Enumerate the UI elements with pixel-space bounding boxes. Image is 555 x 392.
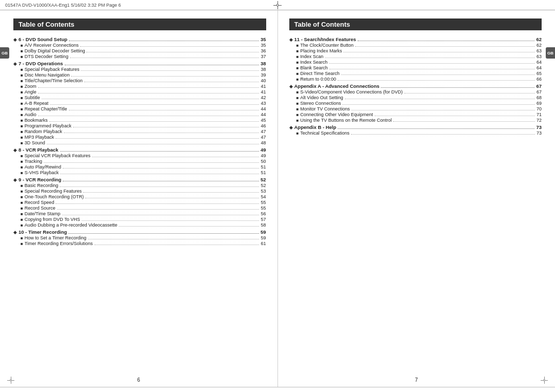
sub-bullet: ■ xyxy=(21,135,23,140)
sub-dots xyxy=(50,104,259,105)
main-dots xyxy=(63,181,259,181)
main-dots xyxy=(65,65,259,65)
sub-dots xyxy=(57,209,260,210)
sub-entry-text: Special Playback Features xyxy=(25,67,80,72)
toc-sub-entry: ■Disc Menu Navigation39 xyxy=(21,72,266,78)
toc-sub-entry: ■A-B Repeat43 xyxy=(21,101,266,106)
sub-dots xyxy=(393,121,535,122)
sub-page-num: 49 xyxy=(261,153,266,158)
toc-sub-entry: ■Stereo Connections69 xyxy=(297,101,542,106)
sub-dots xyxy=(38,93,260,94)
sub-bullet: ■ xyxy=(21,241,23,246)
sub-dots xyxy=(82,220,260,221)
main-page-num: 38 xyxy=(261,61,266,66)
main-bullet: ◆ xyxy=(13,37,17,42)
sub-bullet: ■ xyxy=(297,101,299,106)
main-dots xyxy=(358,41,535,41)
toc-main-entry: ◆11 - Search/Index Features62 xyxy=(289,36,542,42)
main-content: GB Table of Contents ◆6 - DVD Sound Setu… xyxy=(0,10,555,387)
main-bullet: ◆ xyxy=(289,84,293,89)
toc-sub-entry: ■Tracking50 xyxy=(21,159,266,164)
sub-entry-text: Technical Specifications xyxy=(300,130,349,136)
sub-bullet: ■ xyxy=(21,206,23,211)
main-entry-text: Appendix A - Advanced Connections xyxy=(294,83,380,89)
main-entry-text: 9 - VCR Recording xyxy=(18,177,61,182)
sub-bullet: ■ xyxy=(297,71,299,76)
sub-bullet: ■ xyxy=(21,212,23,216)
sub-entry-text: Programmed Playback xyxy=(25,123,71,128)
crosshair-bottom-left xyxy=(7,377,14,384)
main-page-num: 52 xyxy=(261,177,266,182)
main-page-num: 62 xyxy=(536,36,542,42)
toc-sub-entry: ■Record Source55 xyxy=(21,206,266,211)
sub-page-num: 64 xyxy=(536,60,542,65)
toc-sub-entry: ■Index Scan63 xyxy=(297,54,542,59)
sub-dots xyxy=(71,76,259,77)
sub-bullet: ■ xyxy=(21,195,23,199)
sub-dots xyxy=(338,80,535,81)
toc-main-section: ◆Appendix A - Advanced Connections67■S-V… xyxy=(289,83,542,123)
sub-entry-text: Direct Time Search xyxy=(300,71,340,76)
sub-page-num: 47 xyxy=(261,129,266,134)
sub-bullet: ■ xyxy=(297,90,299,95)
main-bullet: ◆ xyxy=(289,125,293,130)
toc-sub-entry: ■Basic Recording52 xyxy=(21,183,266,188)
main-entry-text: 10 - Timer Recording xyxy=(18,229,67,235)
sub-entry-text: Special Recording Features xyxy=(25,189,82,194)
sub-dots xyxy=(62,215,260,215)
sub-entry-text: A/V Receiver Connections xyxy=(25,43,79,48)
toc-sub-entry: ■Direct Time Search65 xyxy=(297,71,542,76)
sub-entry-text: Basic Recording xyxy=(25,183,59,188)
sub-page-num: 38 xyxy=(261,67,266,72)
sub-entry-text: Zoom xyxy=(25,84,36,89)
sub-bullet: ■ xyxy=(21,90,23,95)
sub-entry-text: How to Set a Timer Recording xyxy=(25,235,86,240)
toc-sub-entry: ■Timer Recording Errors/Solutions61 xyxy=(21,241,266,246)
sub-dots xyxy=(64,133,260,133)
sub-dots xyxy=(55,138,259,139)
sub-entry-text: S-Video/Component Video Connections (for… xyxy=(300,89,402,95)
toc-main-entry: ◆9 - VCR Recording52 xyxy=(13,177,266,182)
toc-sub-entry: ■Using the TV Buttons on the Remote Cont… xyxy=(297,118,542,123)
toc-sub-entry: ■Index Search64 xyxy=(297,60,542,65)
main-dots xyxy=(381,87,534,88)
toc-sub-entry: ■Connecting Other Video Equipment71 xyxy=(297,112,542,117)
toc-main-section: ◆6 - DVD Sound Setup35■A/V Receiver Conn… xyxy=(13,36,266,59)
left-section-title: Table of Contents xyxy=(13,18,266,30)
toc-sub-entry: ■Monitor TV Connections70 xyxy=(297,106,542,111)
sub-entry-text: Tracking xyxy=(25,159,42,164)
sub-bullet: ■ xyxy=(21,73,23,78)
sub-entry-text: A-B Repeat xyxy=(25,101,49,106)
toc-sub-entry: ■Special VCR Playback Features49 xyxy=(21,153,266,158)
sub-page-num: 61 xyxy=(261,241,266,246)
sub-dots xyxy=(38,87,260,88)
sub-dots xyxy=(355,46,535,47)
sub-bullet: ■ xyxy=(21,79,23,83)
toc-sub-entry: ■How to Set a Timer Recording59 xyxy=(21,235,266,240)
sub-bullet: ■ xyxy=(297,77,299,82)
main-dots xyxy=(68,233,259,234)
main-dots xyxy=(338,128,534,129)
sub-bullet: ■ xyxy=(297,107,299,111)
toc-sub-entry: ■One-Touch Recording (OTR)54 xyxy=(21,194,266,199)
sub-bullet: ■ xyxy=(21,124,23,128)
sub-dots xyxy=(375,116,535,116)
sub-bullet: ■ xyxy=(21,200,23,205)
sub-entry-text: Using the TV Buttons on the Remote Contr… xyxy=(300,118,392,123)
toc-main-section: ◆10 - Timer Recording59■How to Set a Tim… xyxy=(13,229,266,246)
sub-dots xyxy=(80,46,260,47)
sub-bullet: ■ xyxy=(21,43,23,48)
sub-bullet: ■ xyxy=(21,159,23,164)
sub-dots xyxy=(60,174,259,174)
sub-bullet: ■ xyxy=(297,118,299,123)
sub-bullet: ■ xyxy=(21,113,23,117)
sub-bullet: ■ xyxy=(297,66,299,70)
sub-bullet: ■ xyxy=(297,131,299,136)
sub-entry-text: Disc Menu Navigation xyxy=(25,72,70,78)
sub-entry-text: Return to 0:00:00 xyxy=(300,77,336,82)
main-page-num: 73 xyxy=(536,124,542,130)
sub-dots xyxy=(85,198,260,198)
toc-sub-entry: ■Technical Specifications73 xyxy=(297,130,542,136)
toc-sub-entry: ■Audio44 xyxy=(21,112,266,117)
sub-dots xyxy=(81,70,259,71)
